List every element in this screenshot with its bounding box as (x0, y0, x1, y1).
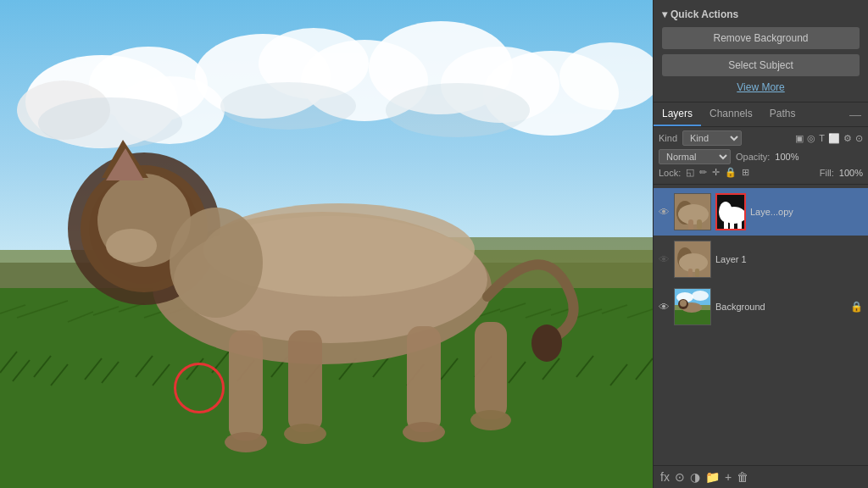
background-lock-icon: 🔒 (850, 301, 863, 313)
opacity-label: Opacity: (736, 152, 770, 162)
layer-filter-icons: ▣ ◎ T ⬜ ⚙ ⊙ (795, 133, 863, 144)
svg-point-84 (531, 324, 562, 362)
tab-layers[interactable]: Layers (654, 103, 701, 126)
select-subject-button[interactable]: Select Subject (662, 54, 860, 76)
filter-smart-icon[interactable]: ⚙ (843, 133, 852, 144)
svg-point-80 (225, 432, 267, 452)
layers-panel: Layers Channels Paths — Kind Kind ▣ ◎ T … (654, 103, 868, 488)
filter-adjust-icon[interactable]: ◎ (807, 133, 815, 144)
svg-rect-90 (688, 219, 693, 230)
lock-transparent-icon[interactable]: ◱ (686, 167, 694, 178)
filter-text-icon[interactable]: T (819, 133, 825, 144)
opacity-value[interactable]: 100% (775, 152, 798, 162)
lock-artboard-icon[interactable]: 🔒 (725, 167, 737, 178)
visibility-icon-1[interactable]: 👁 (659, 253, 670, 266)
quick-actions-header: ▾ Quick Actions (662, 8, 860, 20)
layer-item-copy[interactable]: 👁 (654, 188, 868, 236)
layer-name-background: Background (715, 302, 850, 312)
svg-point-12 (38, 97, 182, 148)
fx-icon[interactable]: fx (660, 470, 670, 484)
blend-opacity-row: Normal Multiply Screen Overlay Opacity: … (659, 149, 863, 164)
layer-name-1: Layer 1 (715, 254, 863, 264)
new-layer-icon[interactable]: + (725, 470, 732, 484)
lion-scene-svg (0, 0, 653, 488)
lock-label: Lock: (659, 168, 681, 178)
kind-row: Kind Kind ▣ ◎ T ⬜ ⚙ ⊙ (659, 130, 863, 146)
svg-rect-95 (724, 220, 728, 230)
layer-item-background[interactable]: 👁 (654, 283, 868, 330)
lion-image (0, 0, 653, 488)
visibility-icon-copy[interactable]: 👁 (659, 206, 670, 219)
svg-point-83 (470, 410, 511, 430)
layer-controls: Kind Kind ▣ ◎ T ⬜ ⚙ ⊙ Normal Multiply (654, 127, 868, 185)
svg-point-75 (170, 208, 263, 318)
svg-rect-76 (229, 330, 263, 441)
layer-thumb-background (674, 288, 711, 325)
remove-background-button[interactable]: Remove Background (662, 27, 860, 49)
kind-select[interactable]: Kind (682, 130, 742, 146)
tab-paths[interactable]: Paths (761, 103, 804, 126)
svg-point-110 (680, 300, 687, 307)
panel-bottom-bar: fx ⊙ ◑ 📁 + 🗑 (654, 465, 868, 488)
group-layers-icon[interactable]: 📁 (705, 470, 720, 484)
filter-toggle-icon[interactable]: ⊙ (855, 133, 863, 144)
add-mask-icon[interactable]: ⊙ (675, 470, 685, 484)
lock-fill-row: Lock: ◱ ✏ ✛ 🔒 ⊞ Fill: 100% (659, 167, 863, 178)
visibility-icon-background[interactable]: 👁 (659, 301, 670, 313)
view-more-link[interactable]: View More (662, 81, 860, 93)
svg-rect-78 (407, 326, 441, 432)
delete-layer-icon[interactable]: 🗑 (737, 470, 748, 484)
svg-point-81 (284, 424, 326, 444)
panel-collapse-btn[interactable]: — (843, 104, 868, 125)
lock-position-icon[interactable]: ✛ (712, 167, 720, 178)
fill-label: Fill: (820, 168, 834, 178)
svg-rect-101 (688, 269, 693, 278)
svg-point-105 (692, 291, 709, 301)
layer-thumb-copy (674, 193, 711, 230)
canvas-area (0, 0, 653, 488)
svg-point-72 (106, 229, 157, 263)
svg-point-13 (220, 82, 356, 130)
lock-paint-icon[interactable]: ✏ (699, 167, 707, 178)
tab-channels[interactable]: Channels (701, 103, 761, 126)
svg-point-89 (678, 204, 709, 225)
svg-point-14 (386, 83, 530, 137)
svg-point-82 (403, 422, 445, 442)
svg-rect-96 (730, 220, 734, 230)
add-adjustment-icon[interactable]: ◑ (690, 470, 700, 484)
panel-tabs: Layers Channels Paths — (654, 103, 868, 127)
kind-label: Kind (659, 133, 677, 143)
layer-item-1[interactable]: 👁 Layer 1 (654, 236, 868, 283)
quick-actions-section: ▾ Quick Actions Remove Background Select… (654, 0, 868, 103)
layer-name-copy: Laye...opy (750, 207, 863, 217)
fill-value[interactable]: 100% (839, 168, 863, 178)
layers-list: 👁 (654, 185, 868, 465)
filter-pixel-icon[interactable]: ▣ (795, 133, 804, 144)
svg-rect-91 (697, 219, 702, 230)
svg-rect-97 (737, 219, 742, 230)
right-panel: ▾ Quick Actions Remove Background Select… (653, 0, 868, 488)
layer-mask-thumb-copy (715, 193, 746, 230)
svg-point-100 (679, 253, 708, 272)
svg-rect-79 (475, 322, 507, 419)
layer-thumb-1 (674, 241, 711, 278)
blend-mode-select[interactable]: Normal Multiply Screen Overlay (659, 149, 731, 164)
lock-all-icon[interactable]: ⊞ (742, 167, 749, 178)
svg-rect-102 (695, 269, 699, 277)
quick-actions-collapse-icon[interactable]: ▾ (662, 8, 667, 20)
svg-rect-77 (288, 330, 322, 432)
quick-actions-title: Quick Actions (670, 8, 738, 20)
filter-shape-icon[interactable]: ⬜ (828, 133, 840, 144)
